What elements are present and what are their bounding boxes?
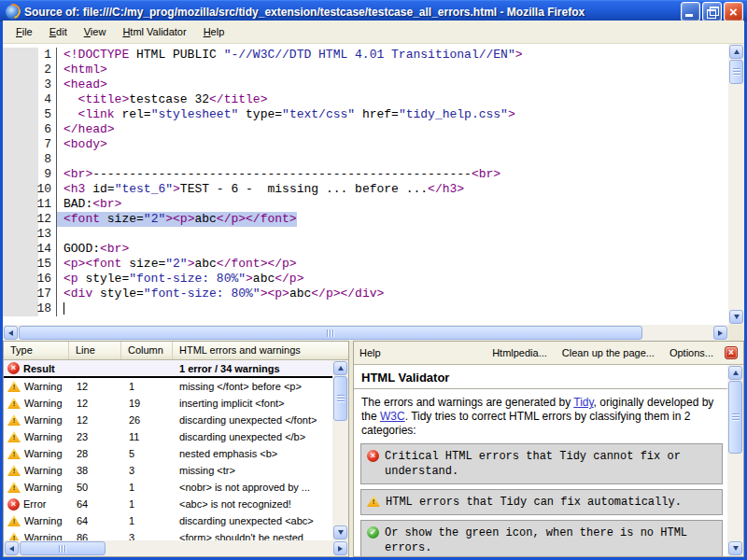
results-vertical-scrollbar[interactable] <box>332 360 348 540</box>
w3c-link[interactable]: W3C <box>380 410 405 423</box>
code-text[interactable]: <p><font size="2">abc</font></p> <box>57 257 297 272</box>
column-header-messages[interactable]: HTML errors and warnings <box>173 342 348 359</box>
restore-button[interactable] <box>702 2 722 21</box>
code-text[interactable]: BAD:<br> <box>57 197 121 212</box>
table-row[interactable]: Warning285nested emphasis <b> <box>4 445 332 462</box>
close-validator-panel-button[interactable] <box>725 346 738 359</box>
warning-icon <box>7 515 21 526</box>
help-scroll-up-button[interactable] <box>728 366 742 380</box>
code-text[interactable]: <body> <box>57 137 107 152</box>
code-text[interactable] <box>57 152 63 167</box>
source-vertical-scrollbar[interactable] <box>728 44 744 325</box>
type-cell: Warning <box>4 515 69 526</box>
results-scroll-down-button[interactable] <box>333 525 347 539</box>
scroll-right-button[interactable] <box>713 326 727 340</box>
menu-edit[interactable]: Edit <box>41 23 76 40</box>
line-number: 13 <box>3 227 57 242</box>
line-number: 3 <box>3 77 57 92</box>
table-row[interactable]: Warning383missing <tr> <box>4 462 332 479</box>
type-label: Warning <box>24 414 63 426</box>
results-scroll-left-button[interactable] <box>5 541 19 555</box>
code-text[interactable]: <p style="font-size: 80%">abc</p> <box>57 272 303 287</box>
line-number: 11 <box>3 197 57 212</box>
column-cell: 5 <box>121 448 173 459</box>
category-text: HTML errors that Tidy can fix automatica… <box>386 495 682 510</box>
line-cell: 86 <box>69 532 121 540</box>
table-row[interactable]: Error641<abc> is not recognized! <box>4 496 332 512</box>
help-vertical-scroll-thumb[interactable] <box>728 381 742 454</box>
code-line: 11BAD:<br> <box>3 197 728 212</box>
line-cell: 12 <box>69 414 121 426</box>
clean-up-the-page-button[interactable]: Clean up the page... <box>562 347 655 358</box>
error-icon <box>367 450 379 462</box>
options-button[interactable]: Options... <box>669 347 713 358</box>
source-horizontal-scrollbar[interactable] <box>3 325 728 341</box>
results-vertical-scroll-thumb[interactable] <box>333 376 347 421</box>
code-text[interactable]: <h3 id="test_6">TEST - 6 - missing ... b… <box>57 182 464 197</box>
column-cell: 11 <box>121 431 173 442</box>
help-vertical-scrollbar[interactable] <box>727 365 743 556</box>
column-header-line[interactable]: Line <box>69 342 121 359</box>
help-scroll-down-button[interactable] <box>728 541 742 555</box>
column-header-type[interactable]: Type <box>4 342 69 359</box>
code-text[interactable]: <link rel="stylesheet" type="text/css" h… <box>57 107 515 122</box>
bottom-panels: Type Line Column HTML errors and warning… <box>3 341 744 557</box>
table-row[interactable]: Warning501<nobr> is not approved by ... <box>4 479 332 496</box>
code-text[interactable] <box>57 301 64 316</box>
result-row[interactable]: Result1 error / 34 warnings <box>4 360 332 378</box>
vertical-scroll-thumb[interactable] <box>729 60 743 84</box>
type-label: Warning <box>24 398 63 409</box>
type-cell: Warning <box>4 398 69 409</box>
scroll-up-button[interactable] <box>729 45 743 59</box>
code-text[interactable]: <title>testcase 32</title> <box>57 92 267 107</box>
results-scroll-right-button[interactable] <box>333 541 347 555</box>
column-cell: 1 <box>121 498 173 510</box>
menu-file[interactable]: File <box>7 23 41 40</box>
validator-categories: Critical HTML errors that Tidy cannot fi… <box>354 443 727 556</box>
code-area[interactable]: 1<!DOCTYPE HTML PUBLIC "-//W3C//DTD HTML… <box>3 44 728 325</box>
validator-category-ok: Or show the green icon, when there is no… <box>360 520 723 556</box>
type-cell: Warning <box>4 482 69 493</box>
line-number: 8 <box>3 152 57 167</box>
results-horizontal-scroll-thumb[interactable] <box>20 541 106 555</box>
table-row[interactable]: Warning1219inserting implicit <font> <box>4 395 332 412</box>
line-number: 9 <box>3 167 57 182</box>
code-text[interactable]: </head> <box>57 122 115 137</box>
results-horizontal-scrollbar[interactable] <box>4 540 348 556</box>
line-cell: 23 <box>69 431 121 442</box>
menu-help[interactable]: Help <box>195 23 233 40</box>
results-scroll-up-button[interactable] <box>333 361 347 375</box>
scroll-down-button[interactable] <box>729 310 743 324</box>
code-text[interactable]: GOOD:<br> <box>57 242 129 257</box>
type-label: Warning <box>24 381 63 392</box>
code-text[interactable] <box>57 227 63 242</box>
table-row[interactable]: Warning2311discarding unexpected </b> <box>4 428 332 445</box>
error-icon <box>7 362 20 374</box>
line-number: 12 <box>3 212 57 227</box>
close-button[interactable] <box>724 2 743 21</box>
horizontal-scroll-thumb[interactable] <box>19 326 642 340</box>
code-text[interactable]: <br>------------------------------------… <box>57 167 500 182</box>
code-line: 12<font size="2"><p>abc</p></font> <box>3 212 728 227</box>
code-line: 1<!DOCTYPE HTML PUBLIC "-//W3C//DTD HTML… <box>3 48 728 63</box>
column-cell: 26 <box>121 414 173 426</box>
code-text[interactable]: <html> <box>57 63 107 77</box>
table-row[interactable]: Warning863<form> shouldn't be nested <box>4 529 332 540</box>
minimize-button[interactable] <box>681 2 700 21</box>
htmlpedia-button[interactable]: Htmlpedia... <box>492 347 547 358</box>
message-cell: <abc> is not recognized! <box>173 498 332 510</box>
menu-html-validator[interactable]: Html Validator <box>114 23 194 40</box>
menu-view[interactable]: View <box>76 23 115 40</box>
column-header-column[interactable]: Column <box>121 342 173 359</box>
warning-icon <box>7 465 21 476</box>
code-text[interactable]: <div style="font-size: 80%"><p>abc</p></… <box>57 287 384 301</box>
code-text[interactable]: <head> <box>57 77 107 92</box>
table-row[interactable]: Warning121missing </font> before <p> <box>4 378 332 395</box>
tidy-link[interactable]: Tidy <box>573 396 593 409</box>
table-row[interactable]: Warning1226discarding unexpected </font> <box>4 412 332 428</box>
scroll-left-button[interactable] <box>4 326 18 340</box>
selected-code-text[interactable]: <font size="2"><p>abc</p></font> <box>57 212 297 227</box>
table-row[interactable]: Warning641discarding unexpected <abc> <box>4 512 332 529</box>
line-number: 10 <box>3 182 57 197</box>
code-text[interactable]: <!DOCTYPE HTML PUBLIC "-//W3C//DTD HTML … <box>57 48 523 63</box>
